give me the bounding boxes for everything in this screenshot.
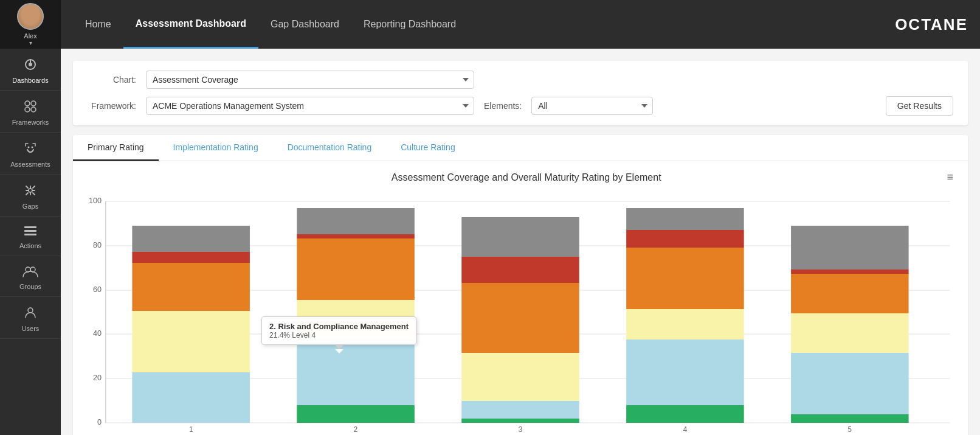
chart-title: Assessment Coverage and Overall Maturity… [106,172,947,183]
svg-rect-46 [461,257,579,283]
nav-assessment-dashboard[interactable]: Assessment Dashboard [123,0,258,49]
svg-rect-12 [24,234,36,235]
sidebar-item-groups[interactable]: Groups [0,256,61,297]
svg-rect-50 [626,339,744,405]
svg-rect-42 [461,419,579,423]
svg-rect-36 [297,339,415,405]
svg-rect-43 [461,401,579,419]
sidebar-label-frameworks: Frameworks [12,119,49,126]
svg-rect-53 [626,230,744,248]
assessments-icon [23,141,38,158]
svg-rect-57 [791,353,909,414]
avatar-dropdown-icon: ▾ [29,40,32,46]
svg-text:40: 40 [93,329,102,338]
chart-card: Primary Rating Implementation Rating Doc… [73,135,968,435]
svg-rect-56 [791,414,909,423]
gaps-icon [23,183,38,200]
framework-filter-row: Framework: ACME Operations Management Sy… [88,96,953,116]
nav-home[interactable]: Home [73,0,123,49]
svg-rect-39 [297,234,415,238]
svg-text:100: 100 [89,196,102,205]
svg-text:20: 20 [93,373,102,382]
svg-rect-31 [132,263,250,311]
svg-rect-58 [791,313,909,353]
svg-point-7 [28,147,30,148]
sidebar-item-users[interactable]: Users [0,297,61,339]
svg-rect-40 [297,208,415,234]
tab-culture-rating[interactable]: Culture Rating [386,135,470,161]
sidebar-item-assessments[interactable]: Assessments [0,133,61,175]
svg-text:2: 2 [354,425,357,432]
chart-filter-label: Chart: [88,75,136,85]
chart-select[interactable]: Assessment Coverage [146,71,474,89]
svg-rect-52 [626,248,744,309]
svg-point-5 [25,107,30,112]
svg-point-6 [31,107,36,112]
svg-text:80: 80 [93,240,102,249]
svg-point-8 [32,147,33,148]
chart-header: Assessment Coverage and Overall Maturity… [73,161,968,189]
chart-menu-icon[interactable]: ≡ [947,171,953,184]
tab-primary-rating[interactable]: Primary Rating [73,135,159,161]
svg-rect-33 [132,226,250,252]
sidebar-label-groups: Groups [19,283,41,290]
svg-rect-61 [791,226,909,270]
sidebar-label-actions: Actions [19,242,41,249]
tab-implementation-rating[interactable]: Implementation Rating [159,135,273,161]
svg-rect-47 [461,217,579,257]
svg-text:3: 3 [519,425,523,432]
svg-rect-37 [297,300,415,339]
sidebar-label-gaps: Gaps [22,203,38,210]
svg-rect-45 [461,283,579,353]
svg-rect-44 [461,353,579,401]
sidebar-item-gaps[interactable]: Gaps [0,175,61,217]
svg-rect-60 [791,270,909,274]
sidebar-label-assessments: Assessments [10,161,50,168]
get-results-button[interactable]: Get Results [886,96,953,116]
top-nav: Home Assessment Dashboard Gap Dashboard … [61,0,980,49]
elements-filter-label: Elements: [484,101,522,111]
groups-icon [22,265,39,280]
framework-select[interactable]: ACME Operations Management System [146,97,474,115]
sidebar-item-dashboards[interactable]: Dashboards [0,49,61,91]
svg-text:0: 0 [97,417,102,426]
svg-point-3 [25,101,30,106]
rating-tabs: Primary Rating Implementation Rating Doc… [73,135,968,161]
sidebar: Alex ▾ Dashboards Frameworks [0,0,61,435]
svg-rect-35 [297,405,415,423]
svg-rect-59 [791,274,909,313]
svg-rect-32 [132,252,250,263]
user-avatar-button[interactable]: Alex ▾ [0,0,61,49]
svg-rect-30 [132,311,250,372]
elements-select[interactable]: All [531,97,653,115]
actions-icon [23,225,38,240]
brand-logo: OCTANE [895,15,968,34]
nav-reporting-dashboard[interactable]: Reporting Dashboard [351,0,468,49]
svg-point-4 [31,101,36,106]
svg-rect-38 [297,238,415,300]
avatar-name: Alex [24,32,36,40]
svg-rect-10 [24,226,36,228]
sidebar-label-users: Users [22,325,40,332]
nav-gap-dashboard[interactable]: Gap Dashboard [258,0,351,49]
svg-rect-29 [132,372,250,423]
sidebar-item-frameworks[interactable]: Frameworks [0,91,61,133]
svg-text:1: 1 [189,425,193,432]
content-area: Chart: Assessment Coverage Framework: AC… [61,49,980,435]
svg-text:60: 60 [93,285,102,294]
svg-text:4: 4 [683,425,688,432]
dashboards-icon [23,57,38,74]
svg-rect-11 [24,230,36,232]
svg-rect-49 [626,405,744,423]
avatar [17,3,44,30]
chart-svg: 0 20 40 60 80 100 [85,189,956,432]
sidebar-item-actions[interactable]: Actions [0,217,61,256]
chart-filter-row: Chart: Assessment Coverage [88,71,953,89]
main-content: Home Assessment Dashboard Gap Dashboard … [61,0,980,435]
svg-rect-51 [626,309,744,339]
svg-rect-54 [626,208,744,230]
frameworks-icon [23,99,38,116]
framework-filter-label: Framework: [88,101,136,111]
tab-documentation-rating[interactable]: Documentation Rating [273,135,387,161]
users-icon [23,305,38,322]
